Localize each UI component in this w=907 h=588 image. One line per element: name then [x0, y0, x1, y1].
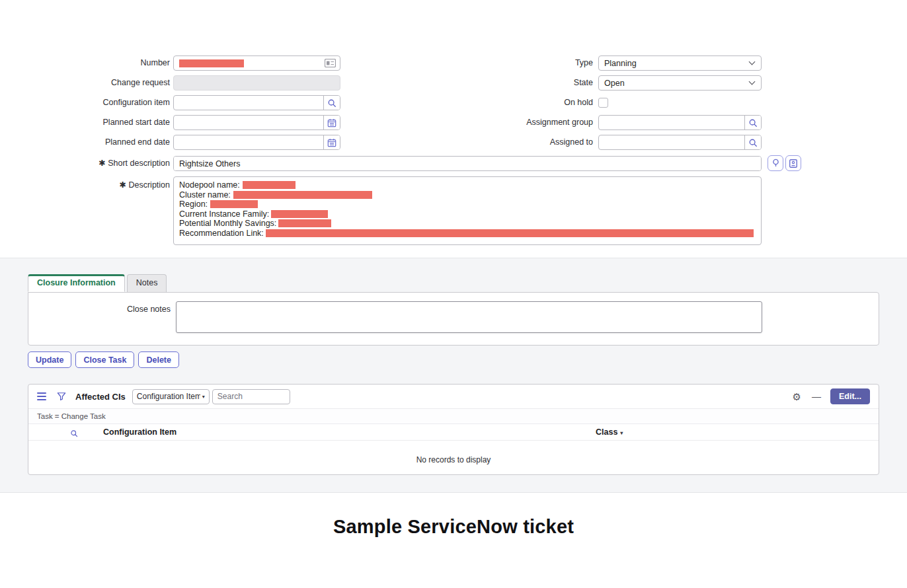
- affected-cis-search-input[interactable]: [212, 389, 290, 404]
- description-label: ✱ Description: [0, 180, 170, 190]
- description-line: Nodepool name:: [179, 180, 756, 190]
- calendar-icon[interactable]: [323, 135, 340, 149]
- state-label: State: [423, 75, 593, 91]
- filter-icon[interactable]: [57, 392, 66, 401]
- close-notes-textarea[interactable]: [176, 301, 762, 333]
- short-description-label: ✱ Short description: [0, 156, 170, 171]
- redacted-value: [243, 181, 296, 189]
- closure-information-panel: Close notes: [28, 292, 879, 346]
- planned-start-date-label: Planned start date: [0, 115, 170, 130]
- image-caption: Sample ServiceNow ticket: [0, 516, 907, 538]
- form-action-buttons: Update Close Task Delete: [28, 351, 179, 368]
- description-line: Potential Monthly Savings:: [179, 219, 756, 229]
- planned-end-date-label: Planned end date: [0, 135, 170, 150]
- required-marker: ✱: [120, 180, 126, 190]
- servicenow-ticket-page: Number Change request Configuration item…: [0, 0, 907, 588]
- assignment-group-label: Assignment group: [423, 115, 593, 130]
- redacted-value: [271, 210, 328, 218]
- close-notes-label: Close notes: [28, 305, 171, 314]
- empty-list-message: No records to display: [28, 455, 879, 464]
- description-line: Region:: [179, 200, 756, 209]
- tab-closure-information[interactable]: Closure Information: [28, 274, 125, 292]
- affected-cis-panel: Affected CIs Configuration Item ( ▾ ⚙ — …: [28, 384, 879, 475]
- column-configuration-item[interactable]: Configuration Item: [103, 427, 177, 437]
- planned-start-date-field[interactable]: [173, 115, 340, 130]
- assigned-to-search-icon[interactable]: [744, 135, 761, 149]
- tab-notes[interactable]: Notes: [127, 274, 167, 292]
- redacted-value: [278, 219, 331, 227]
- collapse-icon[interactable]: —: [812, 391, 821, 402]
- column-class[interactable]: Class▾: [596, 427, 623, 437]
- list-menu-icon[interactable]: [37, 392, 46, 400]
- change-request-field: [173, 75, 340, 91]
- description-line: Cluster name:: [179, 190, 756, 200]
- number-redacted-value: [179, 59, 244, 67]
- on-hold-label: On hold: [423, 95, 593, 110]
- required-marker: ✱: [99, 159, 105, 168]
- on-hold-checkbox[interactable]: [598, 98, 608, 108]
- sort-arrow-icon: ▾: [620, 430, 623, 436]
- short-description-input[interactable]: [174, 157, 761, 170]
- redacted-value: [266, 229, 754, 237]
- assignment-group-field[interactable]: [598, 115, 762, 130]
- filter-breadcrumb[interactable]: Task = Change Task: [28, 408, 879, 424]
- assignment-group-search-icon[interactable]: [744, 116, 761, 129]
- configuration-item-field[interactable]: [173, 95, 340, 110]
- state-select[interactable]: Open: [598, 75, 762, 91]
- column-search-icon[interactable]: [70, 428, 78, 440]
- chevron-down-icon: [749, 79, 756, 85]
- related-section: Closure Information Notes Close notes Up…: [0, 258, 907, 493]
- affected-cis-header: Affected CIs Configuration Item ( ▾ ⚙ — …: [28, 385, 879, 408]
- type-label: Type: [423, 55, 593, 71]
- configuration-item-search-icon[interactable]: [323, 96, 340, 110]
- number-label: Number: [0, 55, 170, 71]
- short-description-field[interactable]: [173, 156, 762, 171]
- calendar-icon[interactable]: [323, 116, 340, 129]
- suggestion-lightbulb-button[interactable]: [768, 155, 783, 171]
- configuration-item-label: Configuration item: [0, 95, 170, 110]
- redacted-value: [210, 200, 258, 208]
- edit-button[interactable]: Edit...: [830, 388, 870, 404]
- assigned-to-field[interactable]: [598, 135, 762, 150]
- lightbulb-icon: [771, 159, 780, 168]
- delete-button[interactable]: Delete: [138, 351, 179, 368]
- chevron-down-icon: [749, 59, 756, 65]
- description-line: Current Instance Family:: [179, 209, 756, 219]
- dropdown-arrow-icon: ▾: [202, 394, 205, 400]
- redacted-value: [233, 191, 372, 199]
- affected-cis-title: Affected CIs: [75, 392, 126, 402]
- gear-icon[interactable]: ⚙: [793, 392, 801, 402]
- type-select[interactable]: Planning: [598, 55, 762, 71]
- planned-end-date-field[interactable]: [173, 135, 340, 150]
- number-field[interactable]: [173, 55, 340, 71]
- close-task-button[interactable]: Close Task: [75, 351, 134, 368]
- description-textarea[interactable]: Nodepool name: Cluster name: Region: Cur…: [173, 176, 762, 245]
- section-tabs: Closure Information Notes: [28, 274, 167, 292]
- preview-record-icon[interactable]: [325, 59, 336, 67]
- knowledge-book-button[interactable]: [785, 155, 801, 171]
- update-button[interactable]: Update: [28, 351, 71, 368]
- search-field-selector[interactable]: Configuration Item ( ▾: [132, 389, 210, 404]
- change-request-label: Change request: [0, 75, 170, 91]
- description-line: Recommendation Link:: [179, 229, 756, 239]
- assigned-to-label: Assigned to: [423, 135, 593, 150]
- table-header-row: Configuration Item Class▾: [28, 424, 879, 441]
- knowledge-book-icon: [789, 159, 797, 168]
